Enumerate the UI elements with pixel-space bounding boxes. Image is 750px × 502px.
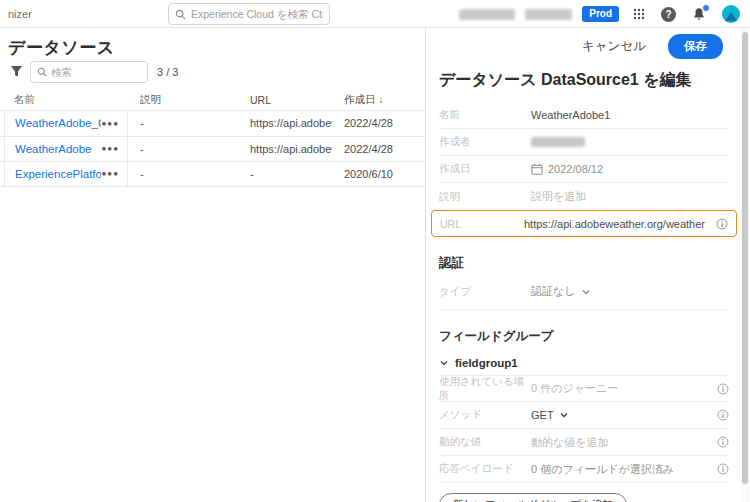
results-count: 3 / 3 bbox=[157, 66, 178, 78]
field-row-used: 使用されている場所 0 件のジャーニー bbox=[439, 375, 729, 402]
datasource-list-page: データソース 3 / 3 名前 説明 URL 作成日↓ bbox=[0, 28, 425, 502]
field-label: 説明 bbox=[439, 190, 531, 204]
sandbox-name-redacted[interactable] bbox=[525, 9, 572, 20]
org-name-redacted[interactable] bbox=[459, 9, 515, 20]
datasource-link[interactable]: WeatherAdobe bbox=[15, 143, 92, 155]
description-placeholder[interactable]: 説明を追加 bbox=[531, 189, 586, 204]
creator-value-redacted bbox=[531, 137, 585, 147]
field-label: 使用されている場所 bbox=[439, 375, 531, 403]
created-date-value: 2022/08/12 bbox=[548, 163, 603, 175]
panel-title: データソース DataSource1 を編集 bbox=[439, 70, 692, 91]
cell-description: - bbox=[128, 168, 238, 180]
edit-form: 名前 WeatherAdobe1 作成者 作成日 2022/08/12 bbox=[439, 102, 729, 502]
column-header-created-label: 作成日 bbox=[344, 93, 376, 105]
sort-desc-icon: ↓ bbox=[379, 94, 384, 105]
field-label: メソッド bbox=[439, 408, 531, 422]
cell-created: 2022/4/28 bbox=[332, 143, 425, 155]
grid-icon bbox=[633, 8, 645, 20]
datasource-table: 名前 説明 URL 作成日↓ WeatherAdobe_Copy ●●● - h… bbox=[0, 90, 425, 187]
cell-created: 2020/6/10 bbox=[332, 168, 425, 180]
field-row-payload: 応答ペイロード 0 個のフィールドが選択済み bbox=[439, 456, 729, 483]
app-window: nizer Prod ? bbox=[0, 0, 750, 502]
field-label: 応答ペイロード bbox=[439, 462, 531, 476]
help-button[interactable]: ? bbox=[661, 7, 676, 22]
cell-description: - bbox=[128, 117, 238, 129]
column-header-description[interactable]: 説明 bbox=[128, 93, 238, 107]
field-label: URL bbox=[440, 218, 524, 230]
app-switcher-button[interactable] bbox=[633, 8, 645, 20]
nav-right-cluster: Prod ? bbox=[459, 0, 740, 28]
field-row-dynamic: 動的な値 動的な値を追加 bbox=[439, 429, 729, 456]
env-badge[interactable]: Prod bbox=[582, 6, 619, 22]
method-dropdown[interactable]: GET bbox=[531, 409, 569, 421]
page-title: データソース bbox=[8, 36, 115, 59]
datasource-link[interactable]: ExperiencePlatform bbox=[15, 168, 101, 180]
chevron-down-icon bbox=[439, 358, 449, 368]
auth-type-dropdown[interactable]: 認証なし bbox=[531, 284, 591, 299]
chevron-down-icon bbox=[581, 287, 591, 297]
column-header-name[interactable]: 名前 bbox=[4, 90, 128, 110]
column-header-url[interactable]: URL bbox=[238, 94, 332, 106]
field-label: 動的な値 bbox=[439, 435, 531, 449]
cell-url: - bbox=[238, 168, 332, 180]
field-row-method: メソッド GET bbox=[439, 402, 729, 429]
info-icon[interactable] bbox=[716, 218, 728, 230]
help-icon: ? bbox=[661, 7, 676, 22]
auth-section-title: 認証 bbox=[439, 255, 729, 272]
edit-datasource-panel: キャンセル 保存 データソース DataSource1 を編集 名前 Weath… bbox=[425, 28, 750, 502]
panel-scrollbar-track[interactable] bbox=[741, 28, 749, 502]
more-actions-icon[interactable]: ●●● bbox=[102, 119, 120, 128]
list-search-input[interactable] bbox=[51, 66, 141, 78]
datasource-link[interactable]: WeatherAdobe_Copy bbox=[15, 117, 101, 129]
notifications-button[interactable] bbox=[692, 7, 706, 21]
info-icon[interactable] bbox=[717, 409, 729, 421]
dynamic-value-placeholder[interactable]: 動的な値を追加 bbox=[531, 435, 609, 450]
name-value[interactable]: WeatherAdobe1 bbox=[531, 109, 610, 121]
cell-created: 2022/4/28 bbox=[332, 117, 425, 129]
global-search[interactable] bbox=[168, 3, 330, 25]
payload-value[interactable]: 0 個のフィールドが選択済み bbox=[531, 462, 674, 477]
field-label: タイプ bbox=[439, 285, 531, 299]
info-icon[interactable] bbox=[717, 436, 729, 448]
cancel-button[interactable]: キャンセル bbox=[582, 38, 646, 55]
method-value: GET bbox=[531, 409, 554, 421]
url-field-highlighted[interactable]: URL https://api.adobeweather.org/weather bbox=[431, 210, 737, 237]
more-actions-icon[interactable]: ●●● bbox=[102, 169, 120, 178]
table-row[interactable]: ExperiencePlatform ●●● - - 2020/6/10 bbox=[0, 161, 425, 187]
field-row-description: 説明 説明を追加 bbox=[439, 183, 729, 210]
field-row-creator: 作成者 bbox=[439, 129, 729, 156]
filter-icon[interactable] bbox=[10, 65, 23, 78]
table-row[interactable]: WeatherAdobe ●●● - https://api.adobeweat… bbox=[0, 136, 425, 162]
add-fieldgroup-button[interactable]: 新しいフィールドグループを追加 bbox=[439, 493, 627, 502]
info-icon[interactable] bbox=[717, 383, 729, 395]
field-label: 作成者 bbox=[439, 135, 531, 149]
cell-description: - bbox=[128, 143, 238, 155]
list-search[interactable] bbox=[30, 61, 148, 83]
notification-dot bbox=[702, 4, 710, 12]
info-icon[interactable] bbox=[717, 463, 729, 475]
field-row-name: 名前 WeatherAdobe1 bbox=[439, 102, 729, 129]
more-actions-icon[interactable]: ●●● bbox=[102, 144, 120, 153]
top-nav: nizer Prod ? bbox=[0, 0, 750, 28]
user-avatar[interactable] bbox=[722, 5, 740, 23]
field-label: 名前 bbox=[439, 108, 531, 122]
global-search-input[interactable] bbox=[191, 8, 323, 20]
calendar-icon bbox=[531, 163, 543, 175]
fieldgroup-expander[interactable]: fieldgroup1 bbox=[439, 351, 729, 375]
auth-type-value: 認証なし bbox=[531, 284, 576, 299]
field-label: 作成日 bbox=[439, 162, 531, 176]
panel-scrollbar-thumb[interactable] bbox=[742, 32, 748, 484]
table-row[interactable]: WeatherAdobe_Copy ●●● - https://api.adob… bbox=[0, 110, 425, 136]
url-value[interactable]: https://api.adobeweather.org/weather bbox=[524, 218, 705, 230]
app-logo-text: nizer bbox=[8, 8, 32, 20]
table-header: 名前 説明 URL 作成日↓ bbox=[0, 90, 425, 110]
section-divider bbox=[439, 309, 729, 310]
field-row-created: 作成日 2022/08/12 bbox=[439, 156, 729, 183]
fieldgroups-section-title: フィールドグループ bbox=[439, 328, 729, 345]
panel-actions: キャンセル 保存 bbox=[582, 34, 723, 59]
cell-url: https://api.adobeweathe bbox=[238, 117, 332, 129]
column-header-created[interactable]: 作成日↓ bbox=[332, 93, 425, 107]
field-row-auth-type: タイプ 認証なし bbox=[439, 278, 729, 305]
cell-url: https://api.adobeweathe bbox=[238, 143, 332, 155]
save-button[interactable]: 保存 bbox=[668, 34, 723, 59]
